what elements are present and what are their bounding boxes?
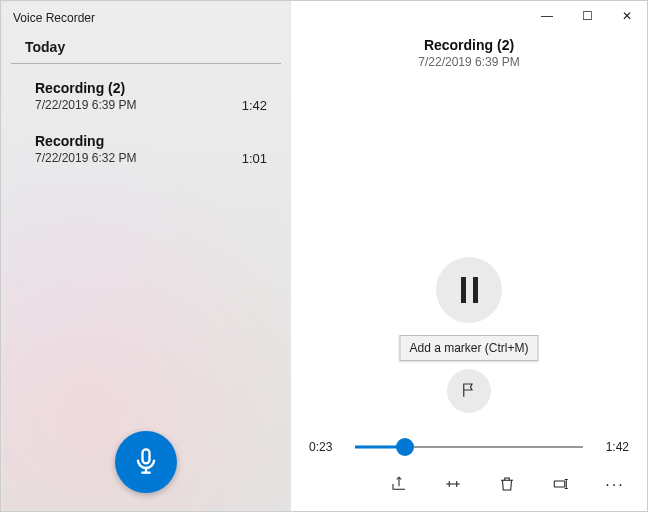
- more-button[interactable]: ···: [603, 473, 627, 497]
- recordings-panel: Voice Recorder Today Recording (2) 7/22/…: [1, 1, 291, 511]
- marker-tooltip: Add a marker (Ctrl+M): [399, 335, 538, 361]
- minimize-icon: —: [541, 9, 553, 23]
- left-content: Voice Recorder Today Recording (2) 7/22/…: [1, 1, 291, 511]
- pause-icon: [461, 277, 478, 303]
- seek-bar: 0:23 1:42: [291, 437, 647, 457]
- seek-track[interactable]: [355, 437, 583, 457]
- svg-rect-6: [554, 481, 565, 487]
- recording-duration: 1:42: [242, 98, 267, 113]
- more-icon: ···: [605, 477, 624, 493]
- microphone-icon: [132, 447, 160, 478]
- playback-area: Add a marker (Ctrl+M): [291, 69, 647, 437]
- pause-button[interactable]: [436, 257, 502, 323]
- minimize-button[interactable]: —: [527, 2, 567, 30]
- record-button[interactable]: [115, 431, 177, 493]
- trim-icon: [444, 475, 462, 496]
- seek-thumb[interactable]: [396, 438, 414, 456]
- recording-name: Recording (2): [35, 80, 125, 96]
- flag-icon: [460, 381, 478, 402]
- close-button[interactable]: ✕: [607, 2, 647, 30]
- recording-title: Recording (2): [291, 37, 647, 53]
- recording-name: Recording: [35, 133, 104, 149]
- maximize-icon: ☐: [582, 9, 593, 23]
- detail-panel: — ☐ ✕ Recording (2) 7/22/2019 6:39 PM Ad…: [291, 1, 647, 511]
- rename-button[interactable]: [549, 473, 573, 497]
- title-bar: — ☐ ✕: [291, 1, 647, 31]
- recording-datetime: 7/22/2019 6:39 PM: [35, 98, 136, 113]
- delete-button[interactable]: [495, 473, 519, 497]
- add-marker-button[interactable]: [447, 369, 491, 413]
- svg-rect-0: [143, 449, 150, 463]
- maximize-button[interactable]: ☐: [567, 2, 607, 30]
- trash-icon: [498, 475, 516, 496]
- action-toolbar: ···: [291, 465, 647, 511]
- recording-duration: 1:01: [242, 151, 267, 166]
- total-time: 1:42: [593, 440, 629, 454]
- share-icon: [390, 475, 408, 496]
- recording-header: Recording (2) 7/22/2019 6:39 PM: [291, 37, 647, 69]
- app-title: Voice Recorder: [1, 1, 291, 29]
- current-time: 0:23: [309, 440, 345, 454]
- recording-subtitle: 7/22/2019 6:39 PM: [291, 55, 647, 69]
- recording-list-item[interactable]: Recording 7/22/2019 6:32 PM 1:01: [1, 123, 291, 176]
- recording-datetime: 7/22/2019 6:32 PM: [35, 151, 136, 166]
- recording-list-item[interactable]: Recording (2) 7/22/2019 6:39 PM 1:42: [1, 70, 291, 123]
- rename-icon: [552, 475, 570, 496]
- voice-recorder-window: Voice Recorder Today Recording (2) 7/22/…: [0, 0, 648, 512]
- section-header-today: Today: [11, 29, 281, 64]
- close-icon: ✕: [622, 9, 632, 23]
- share-button[interactable]: [387, 473, 411, 497]
- trim-button[interactable]: [441, 473, 465, 497]
